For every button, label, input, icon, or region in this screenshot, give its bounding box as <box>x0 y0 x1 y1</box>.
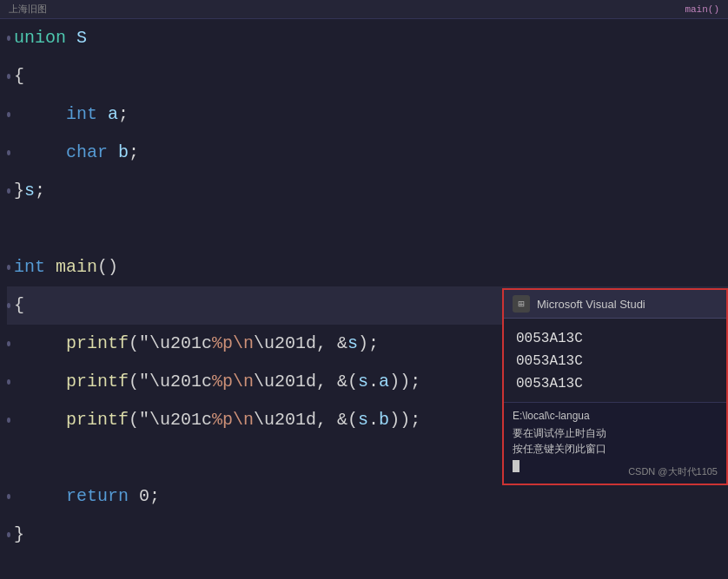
code-area: union S { int a; char b <box>0 19 728 579</box>
popup-address-3: 0053A13C <box>516 372 714 395</box>
popup-body: 0053A13C 0053A13C 0053A13C <box>504 319 726 402</box>
code-line-3: int a; <box>7 95 728 134</box>
editor-container: 上海旧图 main() union S { <box>0 0 728 579</box>
popup-title: Microsoft Visual Studi <box>537 298 645 311</box>
debug-popup: ⊞ Microsoft Visual Studi 0053A13C 0053A1… <box>502 288 728 485</box>
code-line-5: }s; <box>7 172 728 210</box>
code-line-6 <box>7 210 728 248</box>
popup-address-1: 0053A13C <box>516 327 714 350</box>
top-bar-function: main() <box>685 4 719 15</box>
popup-cursor <box>513 460 520 472</box>
code-line-4: char b; <box>7 134 728 172</box>
token-union: union <box>14 19 76 57</box>
token-S: S <box>76 19 87 57</box>
top-bar: 上海旧图 main() <box>0 0 728 19</box>
popup-icon: ⊞ <box>513 295 530 313</box>
code-line-1: union S <box>7 19 728 57</box>
code-line-2: { <box>7 57 728 95</box>
popup-watermark: CSDN @大时代1105 <box>628 465 718 478</box>
popup-address-2: 0053A13C <box>516 350 714 372</box>
code-line-14: } <box>7 516 728 554</box>
top-bar-filename: 上海旧图 <box>9 3 47 16</box>
popup-footer-path: E:\local\c-langua <box>513 410 718 422</box>
popup-footer-line1: 要在调试停止时自动 <box>513 425 718 441</box>
code-line-7: int main() <box>7 248 728 286</box>
popup-header: ⊞ Microsoft Visual Studi <box>504 290 726 319</box>
popup-footer-line2: 按任意键关闭此窗口 <box>513 441 718 457</box>
